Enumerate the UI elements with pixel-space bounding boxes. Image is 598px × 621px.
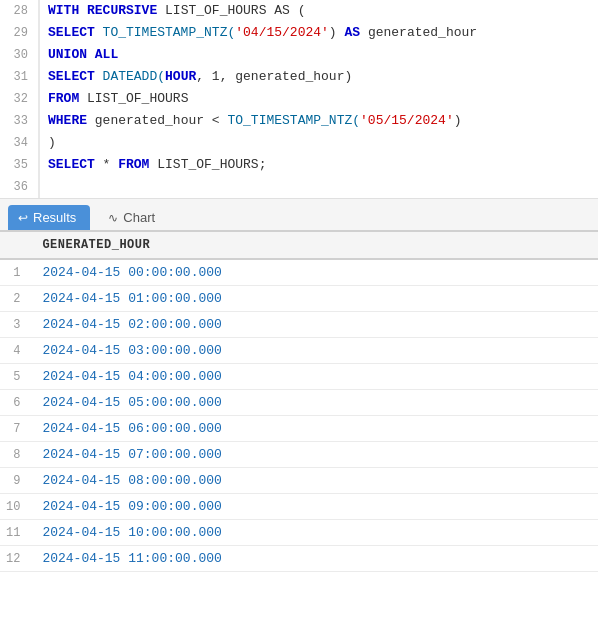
results-container: GENERATED_HOUR 12024-04-15 00:00:00.0002… bbox=[0, 232, 598, 621]
row-number: 8 bbox=[0, 442, 30, 468]
table-row: 42024-04-15 03:00:00.000 bbox=[0, 338, 598, 364]
cell-generated-hour: 2024-04-15 07:00:00.000 bbox=[30, 442, 598, 468]
row-number: 6 bbox=[0, 390, 30, 416]
table-row: 12024-04-15 00:00:00.000 bbox=[0, 259, 598, 286]
line-number: 28 bbox=[0, 0, 40, 22]
row-number: 10 bbox=[0, 494, 30, 520]
row-number: 5 bbox=[0, 364, 30, 390]
table-row: 102024-04-15 09:00:00.000 bbox=[0, 494, 598, 520]
row-number: 7 bbox=[0, 416, 30, 442]
code-content: ) bbox=[48, 132, 598, 154]
line-number: 36 bbox=[0, 176, 40, 198]
code-line: 29SELECT TO_TIMESTAMP_NTZ('04/15/2024') … bbox=[0, 22, 598, 44]
row-number: 3 bbox=[0, 312, 30, 338]
code-line: 35SELECT * FROM LIST_OF_HOURS; bbox=[0, 154, 598, 176]
cell-generated-hour: 2024-04-15 03:00:00.000 bbox=[30, 338, 598, 364]
table-row: 22024-04-15 01:00:00.000 bbox=[0, 286, 598, 312]
tab-results[interactable]: ↩ Results bbox=[8, 205, 90, 230]
tab-chart-label: Chart bbox=[123, 210, 155, 225]
line-number: 29 bbox=[0, 22, 40, 44]
cell-generated-hour: 2024-04-15 06:00:00.000 bbox=[30, 416, 598, 442]
row-number: 12 bbox=[0, 546, 30, 572]
cell-generated-hour: 2024-04-15 11:00:00.000 bbox=[30, 546, 598, 572]
code-content: FROM LIST_OF_HOURS bbox=[48, 88, 598, 110]
code-content: WITH RECURSIVE LIST_OF_HOURS AS ( bbox=[48, 0, 598, 22]
column-header: GENERATED_HOUR bbox=[30, 232, 598, 259]
code-content: UNION ALL bbox=[48, 44, 598, 66]
cell-generated-hour: 2024-04-15 00:00:00.000 bbox=[30, 259, 598, 286]
cell-generated-hour: 2024-04-15 10:00:00.000 bbox=[30, 520, 598, 546]
code-line: 31SELECT DATEADD(HOUR, 1, generated_hour… bbox=[0, 66, 598, 88]
table-row: 32024-04-15 02:00:00.000 bbox=[0, 312, 598, 338]
line-number: 35 bbox=[0, 154, 40, 176]
table-row: 72024-04-15 06:00:00.000 bbox=[0, 416, 598, 442]
cell-generated-hour: 2024-04-15 01:00:00.000 bbox=[30, 286, 598, 312]
tabs-bar: ↩ Results ∿ Chart bbox=[0, 199, 598, 232]
row-number: 2 bbox=[0, 286, 30, 312]
code-line: 32FROM LIST_OF_HOURS bbox=[0, 88, 598, 110]
code-content: WHERE generated_hour < TO_TIMESTAMP_NTZ(… bbox=[48, 110, 598, 132]
code-line: 30UNION ALL bbox=[0, 44, 598, 66]
code-line: 28WITH RECURSIVE LIST_OF_HOURS AS ( bbox=[0, 0, 598, 22]
code-line: 33WHERE generated_hour < TO_TIMESTAMP_NT… bbox=[0, 110, 598, 132]
row-number: 1 bbox=[0, 259, 30, 286]
code-content: SELECT TO_TIMESTAMP_NTZ('04/15/2024') AS… bbox=[48, 22, 598, 44]
results-arrow-icon: ↩ bbox=[18, 211, 28, 225]
code-editor: 28WITH RECURSIVE LIST_OF_HOURS AS (29SEL… bbox=[0, 0, 598, 199]
row-number: 4 bbox=[0, 338, 30, 364]
row-num-header bbox=[0, 232, 30, 259]
tab-results-label: Results bbox=[33, 210, 76, 225]
line-number: 30 bbox=[0, 44, 40, 66]
table-row: 82024-04-15 07:00:00.000 bbox=[0, 442, 598, 468]
chart-line-icon: ∿ bbox=[108, 211, 118, 225]
table-row: 92024-04-15 08:00:00.000 bbox=[0, 468, 598, 494]
row-number: 11 bbox=[0, 520, 30, 546]
cell-generated-hour: 2024-04-15 08:00:00.000 bbox=[30, 468, 598, 494]
tab-chart[interactable]: ∿ Chart bbox=[94, 205, 169, 230]
line-number: 31 bbox=[0, 66, 40, 88]
table-row: 52024-04-15 04:00:00.000 bbox=[0, 364, 598, 390]
results-table: GENERATED_HOUR 12024-04-15 00:00:00.0002… bbox=[0, 232, 598, 572]
cell-generated-hour: 2024-04-15 04:00:00.000 bbox=[30, 364, 598, 390]
line-number: 33 bbox=[0, 110, 40, 132]
table-row: 112024-04-15 10:00:00.000 bbox=[0, 520, 598, 546]
cell-generated-hour: 2024-04-15 05:00:00.000 bbox=[30, 390, 598, 416]
line-number: 34 bbox=[0, 132, 40, 154]
code-line: 34) bbox=[0, 132, 598, 154]
line-number: 32 bbox=[0, 88, 40, 110]
table-row: 62024-04-15 05:00:00.000 bbox=[0, 390, 598, 416]
row-number: 9 bbox=[0, 468, 30, 494]
code-content: SELECT * FROM LIST_OF_HOURS; bbox=[48, 154, 598, 176]
cell-generated-hour: 2024-04-15 09:00:00.000 bbox=[30, 494, 598, 520]
cell-generated-hour: 2024-04-15 02:00:00.000 bbox=[30, 312, 598, 338]
table-row: 122024-04-15 11:00:00.000 bbox=[0, 546, 598, 572]
code-content: SELECT DATEADD(HOUR, 1, generated_hour) bbox=[48, 66, 598, 88]
code-line: 36 bbox=[0, 176, 598, 198]
table-header-row: GENERATED_HOUR bbox=[0, 232, 598, 259]
